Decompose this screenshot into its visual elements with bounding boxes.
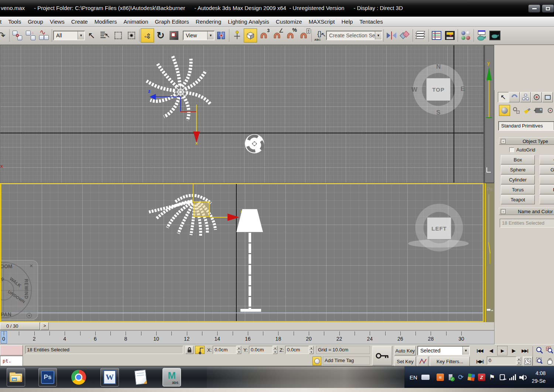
wheel-zoom-label[interactable]: OOM xyxy=(0,263,12,269)
taskbar-photoshop-button[interactable]: Ps xyxy=(38,368,57,386)
taskbar-word-button[interactable]: W xyxy=(100,368,119,386)
viewcube-top-face[interactable]: TOP xyxy=(426,78,451,101)
subtab-cameras[interactable] xyxy=(534,105,544,116)
select-and-manipulate-button[interactable] xyxy=(230,28,244,42)
key-mode-dropdown[interactable]: Selected ▼ xyxy=(417,346,470,355)
menu-item-customize[interactable]: Customize xyxy=(273,17,305,26)
rendered-frame-window-button[interactable] xyxy=(488,28,502,42)
lamp-pole[interactable] xyxy=(249,233,251,310)
menu-item-create[interactable]: Create xyxy=(68,17,91,26)
primitive-button-teapot[interactable]: Teapot xyxy=(501,195,535,204)
menu-item-tools[interactable]: Tools xyxy=(5,17,24,26)
align-button[interactable] xyxy=(398,28,411,42)
compass-east[interactable]: E xyxy=(461,85,465,93)
select-and-scale-button[interactable] xyxy=(167,28,181,42)
tab-hierarchy[interactable] xyxy=(520,92,531,102)
primitive-button-cylinder[interactable]: Cylinder xyxy=(501,175,535,184)
selection-box[interactable] xyxy=(194,201,210,217)
go-to-start-button[interactable]: |◀◀ xyxy=(474,346,485,355)
subtab-geometry[interactable] xyxy=(499,105,510,116)
primitive-button-geosphere[interactable]: GeoS xyxy=(540,165,554,174)
mirror-button[interactable] xyxy=(385,28,398,42)
subtab-shapes[interactable] xyxy=(512,105,521,116)
gizmo-arrow-right[interactable] xyxy=(228,214,239,221)
usb-device-icon[interactable]: ✓ xyxy=(447,373,455,381)
time-configuration-button[interactable] xyxy=(523,357,533,366)
current-frame-field[interactable]: 0 xyxy=(487,357,516,365)
snaps-toggle-button[interactable] xyxy=(244,28,257,42)
taskbar-explorer-button[interactable] xyxy=(7,368,25,386)
go-to-end-button[interactable]: ▶▶| xyxy=(519,346,530,355)
add-time-tag[interactable]: Add Time Tag xyxy=(323,357,370,365)
render-setup-button[interactable] xyxy=(475,28,488,42)
power-plug-icon[interactable] xyxy=(498,373,506,381)
snap-toggle-3d-button[interactable]: 3 xyxy=(257,28,270,42)
tab-modify[interactable] xyxy=(509,92,520,102)
selection-lock-toggle[interactable] xyxy=(185,346,194,354)
rollout-object-type[interactable]: - Object Type xyxy=(499,137,554,145)
reference-coordinate-dropdown[interactable]: View ▼ xyxy=(183,31,215,40)
taskbar-chrome-button[interactable] xyxy=(69,368,88,386)
menu-item-lighting-analysis[interactable]: Lighting Analysis xyxy=(225,17,273,26)
network-signal-icon[interactable] xyxy=(509,373,517,381)
select-and-link-button[interactable] xyxy=(11,28,24,42)
edit-named-selection-sets-button[interactable]: {} ABC ↖ xyxy=(313,28,326,42)
x-coord-field[interactable]: 0.0cm xyxy=(213,346,236,354)
unlink-selection-button[interactable]: ∴ xyxy=(24,28,37,42)
keyboard-layout-icon[interactable] xyxy=(421,373,430,381)
viewport-left[interactable]: x LEFT OOM R WALK REWIND UP/DOWN PAN × ▼ xyxy=(0,183,484,322)
set-key-button[interactable]: Set Key xyxy=(394,357,416,366)
collapse-icon[interactable]: - xyxy=(501,209,506,214)
transform-gizmo-toggle[interactable] xyxy=(195,346,205,354)
y-coord-spinner[interactable]: ▲▼ xyxy=(273,346,277,354)
action-center-flag-icon[interactable]: ⚑ xyxy=(488,373,496,381)
open-mini-curve-editor-button[interactable]: > xyxy=(41,322,49,330)
tray-clock[interactable]: 4:08 29-Se xyxy=(532,369,546,385)
frame-ruler[interactable]: 024681012141618202224262830 xyxy=(0,330,494,344)
target-object-top-view[interactable] xyxy=(244,133,265,154)
compass-west[interactable]: W xyxy=(411,86,417,93)
antivirus-icon[interactable] xyxy=(467,373,475,381)
taskbar-3dsmax-button[interactable]: M 3DS xyxy=(163,368,181,386)
primitive-button-torus[interactable]: Torus xyxy=(501,185,535,194)
maxscript-mini-listener-white[interactable]: pt. xyxy=(0,356,23,366)
volume-icon[interactable] xyxy=(519,373,527,381)
wheel-pan-label[interactable]: PAN xyxy=(1,311,11,317)
select-by-name-button[interactable]: ↖ xyxy=(98,28,112,42)
layer-manager-button[interactable] xyxy=(414,28,427,42)
primitive-button-tube[interactable]: Tu xyxy=(540,175,554,184)
view-compass-top[interactable]: N W E S TOP xyxy=(411,62,465,116)
tab-motion[interactable] xyxy=(531,92,542,102)
primitive-button-box[interactable]: Box xyxy=(501,155,535,164)
menu-item-views[interactable]: Views xyxy=(47,17,68,26)
wheel-rewind-label[interactable]: REWIND xyxy=(24,279,29,299)
default-in-out-tangents-button[interactable] xyxy=(417,357,428,366)
next-frame-button[interactable]: |▶ xyxy=(509,346,518,355)
zoom-extents-button[interactable] xyxy=(535,345,544,355)
sync-agent-icon[interactable]: ⟳ xyxy=(457,373,465,381)
restore-button[interactable] xyxy=(542,4,554,13)
gizmo-z-stem[interactable] xyxy=(155,96,181,97)
compass-north[interactable]: N xyxy=(436,63,441,71)
autogrid-checkbox[interactable] xyxy=(509,147,514,152)
wheel-menu-icon[interactable]: ▼ xyxy=(27,313,32,318)
select-and-move-button[interactable]: ⇔ ⇕ xyxy=(141,28,154,42)
wheel-close-icon[interactable]: × xyxy=(30,263,33,269)
gizmo-z-arrow[interactable] xyxy=(150,94,156,100)
minimize-button[interactable] xyxy=(528,4,540,13)
select-and-rotate-button[interactable]: ↻ xyxy=(154,28,167,42)
menu-item-group[interactable]: Group xyxy=(24,17,47,26)
primitive-button-cone[interactable]: Co xyxy=(540,155,554,164)
percent-snap-toggle-button[interactable]: % xyxy=(284,28,297,42)
menu-item-help[interactable]: Help xyxy=(338,17,356,26)
category-dropdown[interactable]: Standard Primitives ▼ xyxy=(498,121,554,131)
java-update-icon[interactable]: ≈ xyxy=(436,373,444,381)
security-alert-icon[interactable]: Z xyxy=(478,373,486,381)
previous-frame-button[interactable]: ◀| xyxy=(487,346,496,355)
time-tag-icon-button[interactable] xyxy=(312,357,321,365)
frame-indicator-slider[interactable]: 0 / 30 xyxy=(0,322,40,330)
gizmo-y-stem[interactable] xyxy=(196,105,197,132)
menu-item-modifiers[interactable]: Modifiers xyxy=(91,17,120,26)
subtab-lights[interactable] xyxy=(523,105,532,116)
primitive-button-sphere[interactable]: Sphere xyxy=(501,165,535,174)
